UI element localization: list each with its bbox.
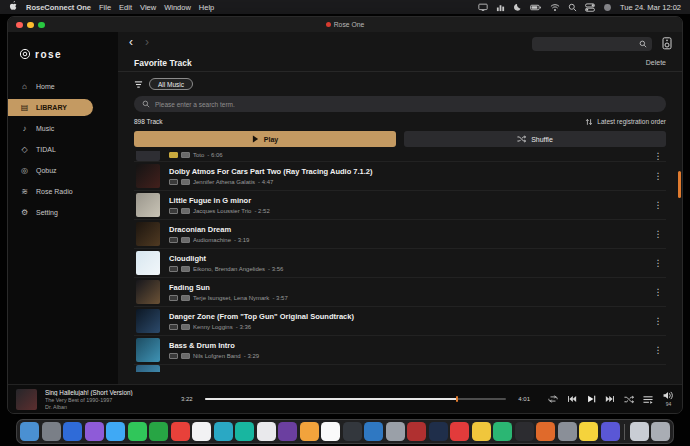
track-title: Fading Sun (169, 283, 643, 292)
sidebar-item-home[interactable]: ⌂ Home (8, 76, 118, 97)
volume-level: 94 (666, 401, 672, 407)
menubar-app-name[interactable]: RoseConnect One (26, 3, 91, 12)
dock-app-icon[interactable] (651, 422, 670, 441)
output-device-icon[interactable] (661, 36, 673, 54)
dock-app-icon[interactable] (364, 422, 383, 441)
dock-app-icon[interactable] (450, 422, 469, 441)
spotlight-search-icon[interactable] (568, 3, 577, 12)
close-window-button[interactable] (16, 22, 23, 29)
siri-icon[interactable] (603, 3, 612, 12)
dock-app-icon[interactable] (171, 422, 190, 441)
track-menu-button[interactable]: ⋮ (652, 258, 664, 268)
menu-help[interactable]: Help (199, 3, 214, 12)
sidebar-item-music[interactable]: ♪ Music (8, 118, 118, 139)
track-menu-button[interactable]: ⋮ (652, 345, 664, 355)
minimize-window-button[interactable] (27, 22, 34, 29)
dock-app-icon[interactable] (192, 422, 211, 441)
track-row[interactable]: Cloudlight Eikono, Brendan Angelides 3:5… (134, 249, 666, 278)
window-search-input[interactable] (537, 41, 639, 48)
track-row[interactable]: Fading Sun Terje Isungset, Lena Nymark 3… (134, 278, 666, 307)
dock-app-icon[interactable] (472, 422, 491, 441)
next-track-icon[interactable] (605, 394, 615, 404)
menu-view[interactable]: View (140, 3, 156, 12)
dock-app-icon[interactable] (42, 422, 61, 441)
shuffle-icon[interactable] (624, 395, 634, 404)
control-center-icon[interactable] (585, 3, 595, 12)
library-search-box[interactable] (134, 96, 666, 112)
sidebar-item-library[interactable]: ▤ LIBRARY (8, 99, 93, 116)
menu-edit[interactable]: Edit (119, 3, 132, 12)
sidebar-item-qobuz[interactable]: ◎ Qobuz (8, 160, 118, 181)
play-pause-icon[interactable] (586, 394, 596, 404)
dock-app-icon[interactable] (558, 422, 577, 441)
album-art (136, 222, 160, 246)
delete-button[interactable]: Delete (646, 59, 666, 66)
dock-app-icon[interactable] (257, 422, 276, 441)
dock-app-icon[interactable] (601, 422, 620, 441)
dock-app-icon[interactable] (128, 422, 147, 441)
menu-file[interactable]: File (99, 3, 111, 12)
dock-app-icon[interactable] (536, 422, 555, 441)
repeat-icon[interactable] (548, 394, 558, 404)
track-menu-button[interactable]: ⋮ (652, 151, 664, 161)
dock-app-icon[interactable] (630, 422, 649, 441)
window-search-box[interactable] (532, 37, 652, 51)
battery-icon[interactable] (530, 3, 542, 12)
dock-app-icon[interactable] (343, 422, 362, 441)
dock-app-icon[interactable] (106, 422, 125, 441)
previous-track-icon[interactable] (567, 394, 577, 404)
progress-bar[interactable] (205, 398, 507, 400)
display-status-icon[interactable] (478, 3, 488, 12)
dock-app-icon[interactable] (429, 422, 448, 441)
track-row[interactable]: Bass & Drum Intro Nils Lofgren Band 3:29… (134, 336, 666, 365)
dock-app-icon[interactable] (278, 422, 297, 441)
dock-app-icon[interactable] (493, 422, 512, 441)
volume-control[interactable]: 94 (663, 391, 674, 407)
sidebar-item-rose-radio[interactable]: ≋ Rose Radio (8, 181, 118, 202)
track-menu-button[interactable]: ⋮ (652, 229, 664, 239)
track-row[interactable]: Danger Zone (From "Top Gun" Original Sou… (134, 307, 666, 336)
track-subline: Eikono, Brendan Angelides 3:56 (169, 266, 643, 272)
dock-app-icon[interactable] (386, 422, 405, 441)
track-row[interactable]: Little Fugue in G minor Jacques Loussier… (134, 191, 666, 220)
track-row[interactable]: Draconian Dream Audiomachine 3:19 ⋮ (134, 220, 666, 249)
dock-app-icon[interactable] (63, 422, 82, 441)
quality-badge-icon (169, 179, 178, 185)
dock-app-icon[interactable] (85, 422, 104, 441)
track-menu-button[interactable]: ⋮ (652, 287, 664, 297)
track-menu-button[interactable]: ⋮ (652, 316, 664, 326)
queue-icon[interactable] (643, 395, 653, 404)
shuffle-button[interactable]: Shuffle (404, 131, 666, 147)
dock-app-icon[interactable] (321, 422, 340, 441)
scrollbar-thumb[interactable] (678, 171, 681, 198)
focus-moon-icon[interactable] (513, 3, 522, 12)
apple-menu-icon[interactable] (9, 1, 18, 13)
menubar-clock[interactable]: Tue 24. Mar 12:02 (620, 3, 681, 12)
dock-app-icon[interactable] (235, 422, 254, 441)
playhead[interactable] (456, 396, 458, 402)
menu-window[interactable]: Window (164, 3, 191, 12)
zoom-window-button[interactable] (38, 22, 45, 29)
stats-status-icon[interactable] (496, 3, 505, 12)
track-row-partial[interactable]: Toto 6:06 ⋮ (134, 151, 666, 162)
dock-app-icon[interactable] (149, 422, 168, 441)
play-button[interactable]: Play (134, 131, 396, 147)
track-row[interactable]: Dolby Atmos For Cars Part Two (Ray Traci… (134, 162, 666, 191)
sidebar-item-setting[interactable]: ⚙ Setting (8, 202, 118, 223)
library-search-input[interactable] (155, 101, 658, 108)
wifi-icon[interactable] (550, 3, 560, 12)
sidebar-item-tidal[interactable]: ◇ TIDAL (8, 139, 118, 160)
sort-order-control[interactable]: Latest registration order (585, 118, 666, 126)
dock-app-icon[interactable] (579, 422, 598, 441)
forward-button[interactable]: › (142, 35, 152, 49)
dock-app-icon[interactable] (214, 422, 233, 441)
back-button[interactable]: ‹ (126, 35, 136, 49)
dock-app-icon[interactable] (20, 422, 39, 441)
dock-app-icon[interactable] (515, 422, 534, 441)
dock-app-icon[interactable] (300, 422, 319, 441)
filter-chip-all-music[interactable]: All Music (149, 78, 193, 90)
track-menu-button[interactable]: ⋮ (652, 171, 664, 181)
track-row-partial[interactable] (134, 365, 666, 372)
track-menu-button[interactable]: ⋮ (652, 200, 664, 210)
dock-app-icon[interactable] (407, 422, 426, 441)
